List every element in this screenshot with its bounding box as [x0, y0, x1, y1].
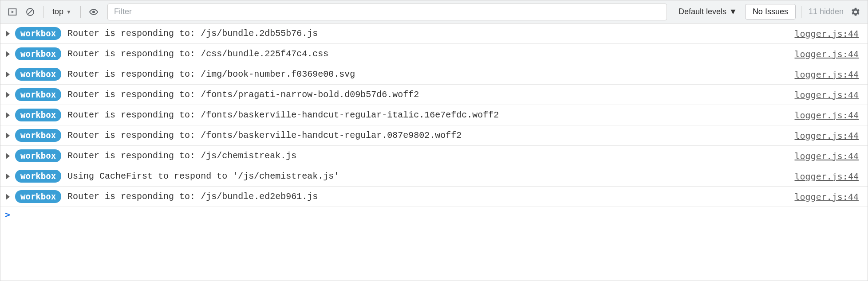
console-log-row[interactable]: workboxRouter is responding to: /fonts/b… — [0, 125, 868, 146]
log-source-link[interactable]: logger.js:44 — [795, 90, 863, 100]
toggle-sidebar-button[interactable] — [5, 4, 20, 20]
expand-arrow-icon[interactable] — [6, 112, 10, 118]
clear-console-button[interactable] — [23, 4, 38, 20]
log-tag-badge: workbox — [15, 170, 61, 183]
expand-arrow-icon[interactable] — [6, 71, 10, 78]
console-log-row[interactable]: workboxRouter is responding to: /js/bund… — [0, 187, 868, 207]
console-log-row[interactable]: workboxRouter is responding to: /css/bun… — [0, 44, 868, 64]
expand-arrow-icon[interactable] — [6, 133, 10, 139]
console-settings-button[interactable] — [848, 4, 863, 20]
live-expression-button[interactable] — [86, 4, 101, 20]
svg-marker-1 — [12, 11, 14, 13]
log-levels-selector[interactable]: Default levels ▼ — [673, 5, 742, 18]
panel-icon — [8, 8, 17, 16]
clear-icon — [26, 8, 35, 16]
eye-icon — [89, 7, 99, 17]
console-log-row[interactable]: workboxRouter is responding to: /fonts/p… — [0, 85, 868, 105]
expand-arrow-icon[interactable] — [6, 173, 10, 180]
log-tag-badge: workbox — [15, 190, 61, 203]
log-tag-badge: workbox — [15, 47, 61, 60]
log-tag-badge: workbox — [15, 149, 61, 162]
log-message: Router is responding to: /js/bundle.2db5… — [67, 28, 794, 39]
expand-arrow-icon[interactable] — [6, 153, 10, 159]
log-tag-badge: workbox — [15, 88, 61, 101]
log-source-link[interactable]: logger.js:44 — [795, 28, 863, 39]
log-tag-badge: workbox — [15, 109, 61, 121]
log-source-link[interactable]: logger.js:44 — [795, 171, 863, 182]
log-tag-badge: workbox — [15, 27, 61, 40]
log-message: Using CacheFirst to respond to '/js/chem… — [67, 171, 794, 181]
execution-context-selector[interactable]: top ▼ — [49, 5, 75, 18]
expand-arrow-icon[interactable] — [6, 51, 10, 57]
issues-button[interactable]: No Issues — [745, 4, 796, 20]
console-log-row[interactable]: workboxRouter is responding to: /js/chem… — [0, 146, 868, 166]
log-source-link[interactable]: logger.js:44 — [795, 49, 863, 59]
log-message: Router is responding to: /fonts/baskervi… — [67, 110, 794, 120]
log-source-link[interactable]: logger.js:44 — [795, 69, 863, 80]
chevron-down-icon: ▼ — [729, 7, 737, 16]
chevron-down-icon: ▼ — [66, 9, 71, 15]
log-tag-badge: workbox — [15, 129, 61, 142]
expand-arrow-icon[interactable] — [6, 92, 10, 98]
console-prompt-row[interactable]: > — [0, 207, 868, 222]
prompt-caret-icon: > — [5, 209, 10, 220]
log-message: Router is responding to: /fonts/pragati-… — [67, 90, 794, 100]
expand-arrow-icon[interactable] — [6, 194, 10, 200]
hidden-count-label[interactable]: 11 hidden — [807, 7, 845, 16]
console-log-list: workboxRouter is responding to: /js/bund… — [0, 23, 868, 207]
gear-icon — [851, 7, 860, 17]
expand-arrow-icon[interactable] — [6, 31, 10, 37]
console-toolbar: top ▼ Default levels ▼ No Issues 11 hidd… — [0, 0, 868, 23]
levels-label: Default levels — [679, 7, 726, 16]
log-message: Router is responding to: /js/chemistreak… — [67, 151, 794, 161]
console-log-row[interactable]: workboxRouter is responding to: /fonts/b… — [0, 105, 868, 125]
console-log-row[interactable]: workboxUsing CacheFirst to respond to '/… — [0, 166, 868, 187]
log-tag-badge: workbox — [15, 68, 61, 81]
console-log-row[interactable]: workboxRouter is responding to: /js/bund… — [0, 23, 868, 44]
log-source-link[interactable]: logger.js:44 — [795, 110, 863, 121]
log-message: Router is responding to: /img/book-numbe… — [67, 69, 794, 79]
log-source-link[interactable]: logger.js:44 — [795, 191, 863, 202]
filter-input[interactable] — [107, 4, 667, 20]
log-source-link[interactable]: logger.js:44 — [795, 151, 863, 161]
toolbar-divider — [43, 6, 43, 18]
toolbar-divider — [80, 6, 81, 18]
svg-line-3 — [28, 10, 32, 14]
context-label: top — [52, 7, 63, 16]
svg-point-4 — [92, 11, 95, 13]
log-message: Router is responding to: /js/bundle.ed2e… — [67, 191, 794, 202]
log-source-link[interactable]: logger.js:44 — [795, 130, 863, 141]
log-message: Router is responding to: /css/bundle.225… — [67, 49, 794, 59]
toolbar-divider — [801, 6, 801, 18]
console-log-row[interactable]: workboxRouter is responding to: /img/boo… — [0, 64, 868, 85]
log-message: Router is responding to: /fonts/baskervi… — [67, 130, 794, 140]
